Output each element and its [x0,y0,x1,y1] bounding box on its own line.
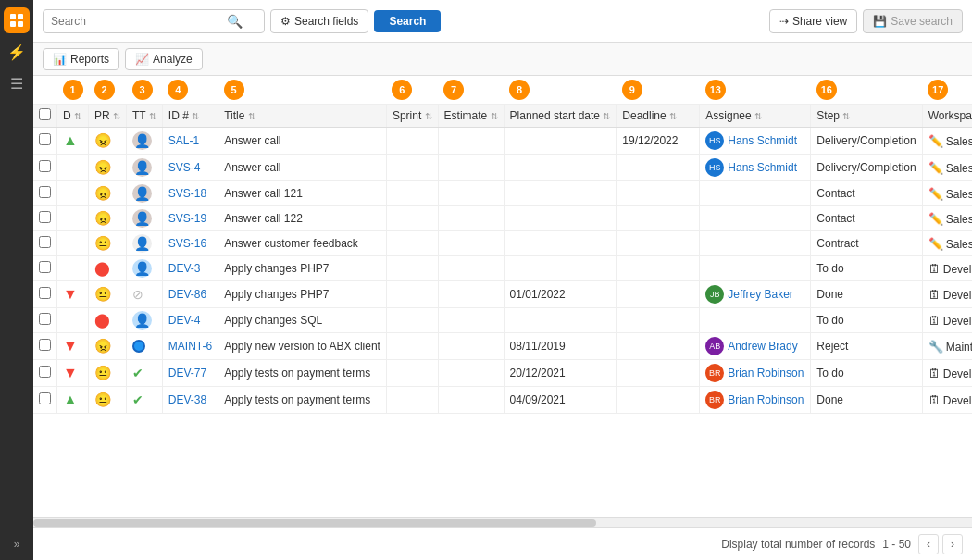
horizontal-scrollbar[interactable] [33,517,972,527]
assignee-name[interactable]: Brian Robinson [728,367,804,380]
assignee-name[interactable]: Brian Robinson [728,393,804,406]
badge-5[interactable]: 5 [224,80,244,100]
assignee-avatar: BR [705,364,724,382]
workspace-icon: ✏️ [928,212,943,226]
cell-title: Answer call 122 [218,206,387,231]
sidebar-menu-icon[interactable]: ☰ [4,70,30,96]
badge-2[interactable]: 2 [94,80,115,100]
svg-rect-2 [10,21,16,27]
prev-page-button[interactable]: ‹ [918,534,939,554]
cell-id[interactable]: DEV-4 [162,308,218,333]
cell-id[interactable]: DEV-77 [162,360,218,387]
header-assignee[interactable]: Assignee ⇅ [700,105,811,128]
assignee-name[interactable]: Andrew Brady [728,340,797,353]
row-checkbox[interactable] [39,287,51,299]
sidebar-logo[interactable] [4,7,30,33]
reports-button[interactable]: 📊 Reports [43,48,119,70]
share-view-button[interactable]: ⇢ Share view [769,9,857,33]
badge-8[interactable]: 8 [509,80,530,100]
select-all-checkbox[interactable] [39,108,51,120]
badge-6[interactable]: 6 [392,80,412,100]
analyze-button[interactable]: 📈 Analyze [125,48,203,70]
cell-sprint [386,387,438,414]
badge-3[interactable]: 3 [132,80,153,100]
sidebar-lightning-icon[interactable]: ⚡ [4,39,30,65]
badge-9[interactable]: 9 [622,80,642,100]
row-checkbox-cell [33,231,57,256]
cell-id[interactable]: SVS-19 [162,206,218,231]
row-checkbox[interactable] [39,236,51,248]
cell-sprint [386,333,438,360]
cell-id[interactable]: DEV-38 [162,387,218,414]
table-row: ⬤ 👤 DEV-4 Apply changes SQL To do 🗓Devel… [33,308,972,333]
header-sprint[interactable]: Sprint ⇅ [386,105,438,128]
assignee-name[interactable]: Jeffrey Baker [728,288,792,301]
row-checkbox[interactable] [39,261,51,273]
badge-7[interactable]: 7 [443,80,464,100]
cell-step: To do [811,360,922,387]
header-d[interactable]: D ⇅ [57,105,89,128]
save-search-button[interactable]: 💾 Save search [863,9,963,33]
workspace-icon: 🗓 [928,393,941,407]
header-planned-start[interactable]: Planned start date ⇅ [504,105,617,128]
row-checkbox[interactable] [39,392,51,404]
assignee-avatar: AB [705,337,724,355]
cell-id[interactable]: MAINT-6 [162,333,218,360]
cell-assignee: JBJeffrey Baker [700,281,811,308]
search-fields-button[interactable]: ⚙ Search fields [270,9,368,33]
row-checkbox[interactable] [39,313,51,325]
tt-no-entry-icon: ⊘ [132,287,143,302]
row-checkbox-cell [33,387,57,414]
search-input[interactable] [51,15,227,28]
workspace-icon: 🔧 [928,340,943,354]
header-estimate[interactable]: Estimate ⇅ [438,105,504,128]
header-pr[interactable]: PR ⇅ [89,105,127,128]
badge-13[interactable]: 13 [705,80,726,100]
row-checkbox[interactable] [39,186,51,198]
badge-17[interactable]: 17 [928,80,948,100]
row-checkbox[interactable] [39,339,51,351]
search-button[interactable]: Search [374,10,441,32]
header-workspace[interactable]: Workspace ⇅ [922,105,972,128]
cell-id[interactable]: DEV-3 [162,256,218,281]
cell-assignee: BRBrian Robinson [700,360,811,387]
badge-16[interactable]: 16 [816,80,837,100]
header-title[interactable]: Title ⇅ [218,105,387,128]
cell-workspace: 🗓Developme [922,281,972,308]
cell-step: Done [811,387,922,414]
cell-planned-start [504,206,617,231]
row-checkbox[interactable] [39,160,51,172]
next-page-button[interactable]: › [942,534,963,554]
cell-planned-start [504,256,617,281]
header-checkbox-cell [33,105,57,128]
scrollbar-thumb[interactable] [33,519,596,527]
badge-4[interactable]: 4 [168,80,188,100]
badge-1[interactable]: 1 [63,80,83,100]
assignee-name[interactable]: Hans Schmidt [728,134,797,147]
header-deadline[interactable]: Deadline ⇅ [617,105,700,128]
header-tt[interactable]: TT ⇅ [127,105,163,128]
display-total-label: Display total number of records [721,538,875,551]
cell-step: Delivery/Completion [811,155,922,181]
assignee-name[interactable]: Hans Schmidt [728,161,797,174]
cell-id[interactable]: SAL-1 [162,128,218,155]
share-icon: ⇢ [779,15,789,28]
cell-title: Apply tests on payment terms [218,360,387,387]
row-checkbox-cell [33,256,57,281]
header-step[interactable]: Step ⇅ [811,105,922,128]
cell-estimate [438,333,504,360]
pr-face-bad: 😠 [94,185,112,201]
cell-id[interactable]: DEV-86 [162,281,218,308]
cell-tt: ✔ [127,360,163,387]
row-checkbox[interactable] [39,211,51,223]
header-id[interactable]: ID # ⇅ [162,105,218,128]
cell-estimate [438,308,504,333]
sub-toolbar: 📊 Reports 📈 Analyze [33,43,972,76]
sidebar-expand-icon[interactable]: » [14,538,20,551]
row-checkbox[interactable] [39,366,51,378]
cell-id[interactable]: SVS-4 [162,155,218,181]
row-checkbox[interactable] [39,133,51,145]
cell-id[interactable]: SVS-16 [162,231,218,256]
cell-planned-start: 20/12/2021 [504,360,617,387]
cell-id[interactable]: SVS-18 [162,181,218,206]
